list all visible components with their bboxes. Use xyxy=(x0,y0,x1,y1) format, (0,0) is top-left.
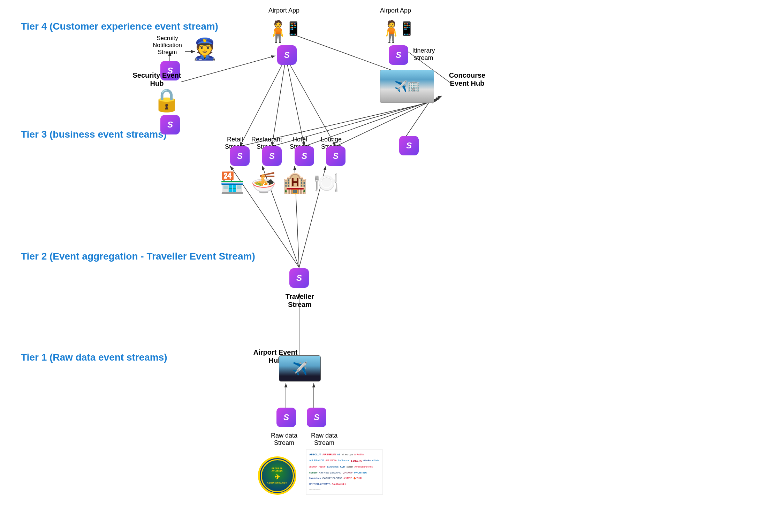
airline-logos: ABSOLUT AIRBERLIN AB air europa AIRASIA … xyxy=(306,449,383,495)
itinerary-stream-label: Itinerary stream xyxy=(403,47,445,62)
security-hub-label: Security Event Hub xyxy=(132,71,181,87)
lock-icon: 🔒 xyxy=(153,87,181,113)
tier1-label: Tier 1 (Raw data event streams) xyxy=(21,352,167,363)
faa-badge: FEDERAL AVIATION ✈ ADMINISTRATION xyxy=(258,456,296,495)
officer-icon: 👮 xyxy=(192,37,218,61)
phone-left: 📱 xyxy=(285,21,302,36)
raw-data-stream-right-icon: S xyxy=(307,408,326,427)
hotel-stream-icon: S xyxy=(295,146,314,166)
svg-line-15 xyxy=(286,57,336,146)
tier4-label: Tier 4 (Customer experience event stream… xyxy=(21,21,218,32)
svg-line-14 xyxy=(286,57,304,146)
raw-data-stream-right-label: Raw data Stream xyxy=(303,432,345,447)
airport-hub-image: ✈️ xyxy=(279,355,321,381)
raw-data-stream-left-icon: S xyxy=(276,408,296,427)
hotel-emoji: 🏨 xyxy=(282,171,307,194)
svg-line-11 xyxy=(336,96,442,146)
svg-line-12 xyxy=(240,57,286,146)
retail-stream-icon: S xyxy=(230,146,250,166)
traveller-stream-label: Traveller Stream xyxy=(275,293,324,309)
raw-data-stream-left-label: Raw data Stream xyxy=(263,432,305,447)
phone-right: 📱 xyxy=(398,21,415,36)
airport-app-right-label: Airport App xyxy=(380,7,411,14)
traveller-stream-icon: S xyxy=(289,268,309,288)
airport-app-left-label: Airport App xyxy=(268,7,299,14)
restaurant-emoji: 🍜 xyxy=(251,171,276,194)
svg-line-13 xyxy=(272,57,286,146)
restaurant-stream-icon: S xyxy=(262,146,282,166)
retail-emoji: 🏪 xyxy=(220,171,245,194)
concourse-hub-label: Concourse Event Hub xyxy=(439,71,495,87)
security-notification-label: Secruity Notification Stream xyxy=(146,35,188,56)
lounge-stream-icon: S xyxy=(326,146,345,166)
security-hub-stream-icon: S xyxy=(160,115,180,134)
lounge-emoji: 🍽️ xyxy=(314,171,339,194)
concourse-image: ✈️🏢 xyxy=(380,70,434,103)
concourse-right-stream-icon: S xyxy=(399,136,419,155)
tier2-label: Tier 2 (Event aggregation - Traveller Ev… xyxy=(21,251,255,262)
airport-app-stream-icon-left: S xyxy=(277,45,297,65)
tier3-label: Tier 3 (business event streams) xyxy=(21,129,167,140)
